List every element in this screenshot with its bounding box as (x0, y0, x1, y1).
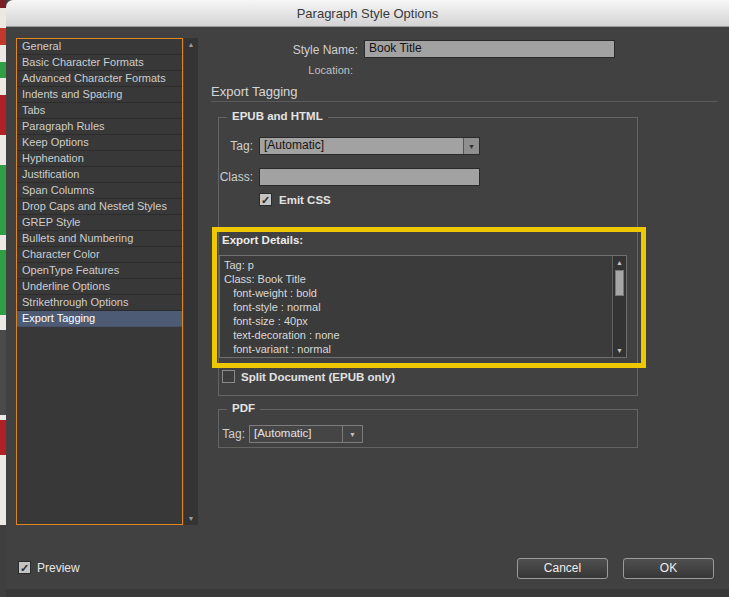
cancel-button[interactable]: Cancel (517, 558, 608, 579)
sidebar-item-hyphenation[interactable]: Hyphenation (17, 151, 182, 167)
export-detail-line: font-weight : bold (224, 286, 610, 300)
export-details-box: Tag: pClass: Book Title font-weight : bo… (219, 255, 627, 358)
background-patch (0, 95, 6, 135)
sidebar-item-drop-caps-and-nested-styles[interactable]: Drop Caps and Nested Styles (17, 199, 182, 215)
sidebar-item-general[interactable]: General (17, 39, 182, 55)
split-document-checkbox[interactable] (222, 370, 235, 383)
sidebar-item-indents-and-spacing[interactable]: Indents and Spacing (17, 87, 182, 103)
sidebar-item-advanced-character-formats[interactable]: Advanced Character Formats (17, 71, 182, 87)
sidebar-item-justification[interactable]: Justification (17, 167, 182, 183)
pdf-tag-label: Tag: (219, 427, 245, 441)
sidebar-item-tabs[interactable]: Tabs (17, 103, 182, 119)
export-detail-line: font-size : 40px (224, 314, 610, 328)
background-sliver (0, 0, 6, 597)
background-patch (0, 62, 6, 78)
export-details-label: Export Details: (222, 234, 303, 246)
sidebar-item-character-color[interactable]: Character Color (17, 247, 182, 263)
chevron-down-icon[interactable]: ▼ (342, 426, 362, 442)
epub-tag-value: [Automatic] (260, 138, 463, 154)
scroll-down-icon[interactable]: ▼ (184, 515, 198, 522)
scroll-up-icon[interactable]: ▲ (613, 259, 626, 266)
epub-class-input[interactable] (259, 168, 480, 186)
sidebar-item-strikethrough-options[interactable]: Strikethrough Options (17, 295, 182, 311)
background-patch (0, 165, 6, 235)
epub-tag-label: Tag: (219, 139, 253, 153)
emit-css-label: Emit CSS (279, 194, 331, 206)
sidebar-item-keep-options[interactable]: Keep Options (17, 135, 182, 151)
section-divider (211, 101, 718, 102)
scroll-down-icon[interactable]: ▼ (613, 347, 626, 354)
sidebar-item-opentype-features[interactable]: OpenType Features (17, 263, 182, 279)
background-patch (0, 250, 6, 315)
style-options-list: GeneralBasic Character FormatsAdvanced C… (16, 38, 183, 525)
dialog-title: Paragraph Style Options (297, 6, 439, 21)
emit-css-checkbox[interactable]: ✓ (259, 193, 272, 206)
background-patch (0, 28, 6, 45)
preview-label: Preview (37, 561, 80, 575)
style-name-label: Style Name: (238, 43, 358, 57)
sidebar-scrollbar[interactable]: ▲ ▼ (184, 38, 198, 525)
ok-button[interactable]: OK (623, 558, 714, 579)
scroll-up-icon[interactable]: ▲ (184, 41, 198, 48)
export-detail-line: font-style : normal (224, 300, 610, 314)
sidebar-item-grep-style[interactable]: GREP Style (17, 215, 182, 231)
background-patch (0, 420, 6, 455)
epub-html-legend: EPUB and HTML (227, 110, 328, 122)
paragraph-style-options-dialog: Paragraph Style Options GeneralBasic Cha… (0, 0, 729, 597)
pdf-tag-dropdown[interactable]: [Automatic] ▼ (249, 425, 363, 443)
export-detail-line: Class: Book Title (224, 272, 610, 286)
export-detail-line: font-variant : normal (224, 342, 610, 355)
style-name-input[interactable]: Book Title (364, 40, 615, 58)
export-detail-line: Tag: p (224, 258, 610, 272)
export-details-scrollbar[interactable]: ▲ ▼ (612, 256, 626, 357)
epub-tag-dropdown[interactable]: [Automatic] ▼ (259, 137, 480, 155)
export-details-text: Tag: pClass: Book Title font-weight : bo… (224, 258, 610, 355)
pdf-legend: PDF (227, 402, 260, 414)
sidebar-item-underline-options[interactable]: Underline Options (17, 279, 182, 295)
epub-class-label: Class: (219, 170, 253, 184)
sidebar-item-bullets-and-numbering[interactable]: Bullets and Numbering (17, 231, 182, 247)
dialog-titlebar: Paragraph Style Options (6, 0, 729, 27)
split-document-label: Split Document (EPUB only) (241, 371, 395, 383)
section-title: Export Tagging (211, 84, 298, 99)
sidebar-item-basic-character-formats[interactable]: Basic Character Formats (17, 55, 182, 71)
scrollbar-thumb[interactable] (615, 270, 624, 296)
export-detail-line: text-decoration : none (224, 328, 610, 342)
pdf-group: PDF Tag: [Automatic] ▼ (218, 409, 638, 448)
pdf-tag-value: [Automatic] (250, 426, 342, 442)
background-patch (0, 525, 6, 597)
location-label: Location: (238, 64, 353, 76)
sidebar-item-export-tagging[interactable]: Export Tagging (17, 311, 182, 327)
sidebar-item-span-columns[interactable]: Span Columns (17, 183, 182, 199)
sidebar-item-paragraph-rules[interactable]: Paragraph Rules (17, 119, 182, 135)
chevron-down-icon[interactable]: ▼ (463, 138, 479, 154)
background-patch (0, 330, 6, 415)
preview-checkbox[interactable]: ✓ (18, 561, 31, 574)
dialog-bottom-edge (6, 589, 729, 597)
